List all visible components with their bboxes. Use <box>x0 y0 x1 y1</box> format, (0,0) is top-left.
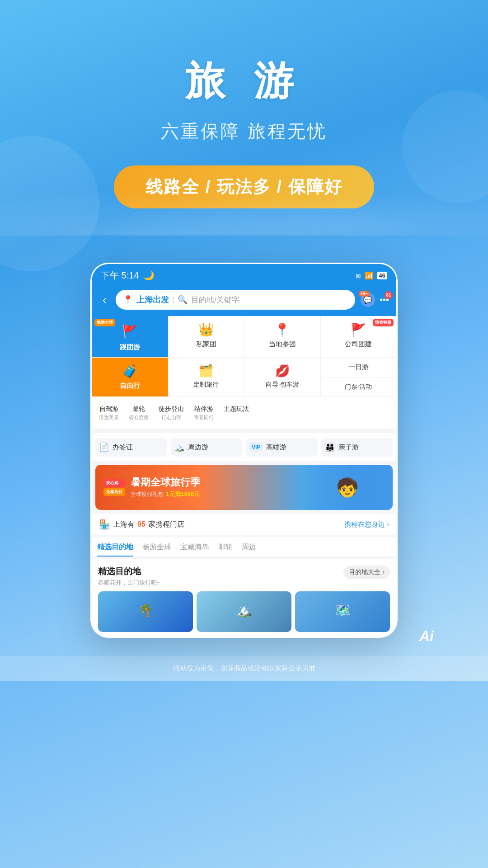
menu-row1: 畅游全球 🚩 跟团游 👑 私家团 📍 当地参团 <box>92 316 396 358</box>
menu-item-hiking[interactable]: 徒步登山 行走山野 <box>154 401 188 425</box>
content-tabs: 精选目的地 畅游全球 宝藏海岛 邮轮 周边 <box>92 537 396 557</box>
menu-item-partner[interactable]: 结伴游 青春同行 <box>189 401 218 425</box>
dest-card-2-icon: 🏔️ <box>236 603 252 618</box>
menu-item-day-tour[interactable]: 一日游 <box>321 358 397 377</box>
free-travel-label: 自由行 <box>120 382 140 390</box>
custom-travel-icon: 🗂️ <box>199 364 213 378</box>
dest-card-3[interactable]: 🗺️ <box>295 591 390 632</box>
store-info-left: 🏪 上海有 95 家携程门店 <box>99 519 184 530</box>
hiking-label: 徒步登山 <box>159 405 184 413</box>
store-link-text: 携程在您身边 › <box>344 520 389 529</box>
banner-subtitle: 全球度假礼包 <box>131 491 163 498</box>
dest-all-button[interactable]: 目的地大全 › <box>343 566 390 579</box>
banner-badges: 安心购 先享后付 <box>103 479 125 496</box>
tab-cruise[interactable]: 邮轮 <box>218 537 233 557</box>
promo-banner[interactable]: 安心购 先享后付 暑期全球旅行季 全球度假礼包 1元抵1888元 🧒 <box>95 465 393 510</box>
menu-item-free-travel[interactable]: 🧳 自由行 <box>92 358 168 396</box>
theme-label: 主题玩法 <box>224 405 249 413</box>
screenshot-icon: ⊠ <box>356 272 361 279</box>
tab-island[interactable]: 宝藏海岛 <box>180 537 209 557</box>
more-menu-container[interactable]: ••• 81 <box>380 295 389 305</box>
search-divider: | <box>173 296 174 303</box>
corp-tour-label: 公司团建 <box>345 340 372 349</box>
private-tour-icon: 👑 <box>198 322 214 337</box>
hero-title: 旅 游 <box>0 54 488 108</box>
dest-card-1-icon: 🌴 <box>138 603 154 618</box>
status-icons: ⊠ 📶 46 <box>356 271 387 280</box>
corp-tour-badge: 惊喜特惠 <box>373 319 394 326</box>
partner-sub: 青春同行 <box>194 414 214 421</box>
tab-selected[interactable]: 精选目的地 <box>97 537 133 557</box>
dest-title: 精选目的地 <box>98 566 160 577</box>
corp-tour-icon: 🚩 <box>351 322 366 337</box>
store-suffix: 家携程门店 <box>148 520 184 529</box>
menu-item-drive-tour[interactable]: 自驾游 沿途美景 <box>94 401 123 425</box>
search-input-area[interactable]: 📍 上海出发 | 🔍 目的地/关键字 <box>116 290 355 310</box>
dest-images: 🌴 🏔️ 🗺️ <box>98 591 390 632</box>
battery-icon: 46 <box>377 272 387 279</box>
store-icon: 🏪 <box>99 519 110 530</box>
family-label: 亲子游 <box>338 443 359 452</box>
hiking-sub: 行走山野 <box>161 414 181 421</box>
group-tour-icon: 🚩 <box>121 322 139 340</box>
local-tour-label: 当地参团 <box>269 340 296 349</box>
quick-link-luxury[interactable]: VIP 高端游 <box>246 438 318 457</box>
moon-icon: 🌙 <box>143 270 155 280</box>
custom-travel-label: 定制旅行 <box>193 381 219 389</box>
visa-icon: 📄 <box>99 442 109 452</box>
dest-card-2[interactable]: 🏔️ <box>197 591 291 632</box>
luxury-label: 高端游 <box>266 443 286 452</box>
menu-item-corp-tour[interactable]: 惊喜特惠 🚩 公司团建 <box>320 316 397 357</box>
store-prefix: 上海有 <box>113 520 135 529</box>
menu-item-tickets[interactable]: 门票·活动 <box>321 377 397 397</box>
menu-row3: 自驾游 沿途美景 邮轮 省心度假 徒步登山 行走山野 结伴游 青春同行 <box>92 397 396 429</box>
family-icon: 👨‍👩‍👧 <box>325 442 335 452</box>
menu-item-private-tour[interactable]: 👑 私家团 <box>168 316 244 357</box>
status-bar: 下午 5:14 🌙 ⊠ 📶 46 <box>92 264 396 285</box>
dest-section: 精选目的地 春暖花开，出门旅行吧~ 目的地大全 › 🌴 🏔️ <box>92 559 396 637</box>
store-count: 95 <box>137 520 145 528</box>
menu-item-group-tour[interactable]: 畅游全球 🚩 跟团游 <box>92 316 168 357</box>
menu-right-col: 一日游 门票·活动 <box>320 358 397 396</box>
back-button[interactable]: ‹ <box>99 291 110 309</box>
banner-highlight: 1元抵1888元 <box>166 490 200 498</box>
nearby-icon: 🏔️ <box>174 442 184 452</box>
cruise-sub: 省心度假 <box>129 414 149 421</box>
menu-row2: 🧳 自由行 🗂️ 定制旅行 💋 向导·包车游 <box>92 358 396 397</box>
menu-item-guide-tour[interactable]: 💋 向导·包车游 <box>244 358 320 396</box>
tab-global[interactable]: 畅游全球 <box>142 537 171 557</box>
message-badge-container[interactable]: 💬 Hi~ <box>361 292 375 307</box>
notification-count: 81 <box>385 291 393 299</box>
drive-tour-label: 自驾游 <box>99 405 118 413</box>
quick-link-nearby[interactable]: 🏔️ 周边游 <box>171 438 243 457</box>
private-tour-label: 私家团 <box>196 340 216 349</box>
banner-illustration: 🧒 <box>302 465 393 510</box>
banner-title: 暑期全球旅行季 <box>131 476 200 488</box>
search-bar: ‹ 📍 上海出发 | 🔍 目的地/关键字 💬 Hi~ ••• 81 <box>92 285 396 316</box>
drive-tour-sub: 沿途美景 <box>99 414 119 421</box>
cruise-label: 邮轮 <box>132 405 145 413</box>
quick-link-family[interactable]: 👨‍👩‍👧 亲子游 <box>321 438 393 457</box>
status-time: 下午 5:14 🌙 <box>101 269 155 282</box>
wifi-icon: 📶 <box>365 271 374 280</box>
search-icon: 🔍 <box>178 295 188 305</box>
search-placeholder[interactable]: 目的地/关键字 <box>191 295 239 305</box>
menu-item-local-tour[interactable]: 📍 当地参团 <box>244 316 320 357</box>
visa-label: 办签证 <box>113 443 133 452</box>
store-link[interactable]: 携程在您身边 › <box>344 520 389 529</box>
tab-nearby[interactable]: 周边 <box>242 537 256 557</box>
tab-underline <box>97 556 133 557</box>
dest-card-1[interactable]: 🌴 <box>98 591 193 632</box>
quick-link-visa[interactable]: 📄 办签证 <box>95 438 167 457</box>
local-tour-icon: 📍 <box>274 322 290 337</box>
nearby-label: 周边游 <box>188 443 208 452</box>
hi-badge: Hi~ <box>359 291 370 297</box>
menu-item-theme[interactable]: 主题玩法 <box>219 401 253 425</box>
disclaimer-text: 活动仅为示例，实际商品或活动以实际公示为准 <box>173 664 315 672</box>
banner-text-block: 暑期全球旅行季 全球度假礼包 1元抵1888元 <box>131 476 200 498</box>
luxury-vip-icon: VIP <box>249 443 263 451</box>
menu-item-cruise[interactable]: 邮轮 省心度假 <box>124 401 153 425</box>
menu-item-custom-travel[interactable]: 🗂️ 定制旅行 <box>168 358 244 396</box>
dest-title-block: 精选目的地 春暖花开，出门旅行吧~ <box>98 566 160 587</box>
group-tour-badge: 畅游全球 <box>94 319 115 326</box>
